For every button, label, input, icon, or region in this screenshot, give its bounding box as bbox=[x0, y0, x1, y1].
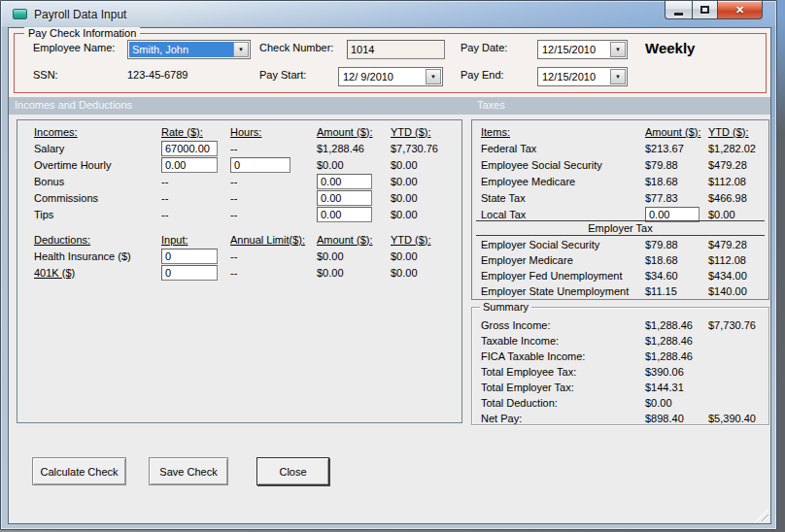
401k-limit: -- bbox=[230, 267, 317, 279]
overtime-amount: $0.00 bbox=[317, 159, 391, 171]
summary-row-label: Net Pay: bbox=[481, 413, 645, 424]
summary-row-label: Gross Income: bbox=[481, 319, 645, 331]
close-window-button[interactable]: ✕ bbox=[718, 1, 763, 19]
net-pay-amount: $898.40 bbox=[645, 413, 708, 424]
payroll-window: Payroll Data Input ✕ Pay Check Informati… bbox=[0, 0, 777, 530]
commissions-rate: -- bbox=[161, 192, 230, 204]
tax-row-label: Local Tax bbox=[481, 209, 645, 220]
total-employer-tax-amount: $144.31 bbox=[645, 382, 708, 393]
pay-end-value: 12/15/2010 bbox=[539, 69, 610, 84]
employer-tax-header: Employer Tax bbox=[472, 222, 768, 234]
health-insurance-limit: -- bbox=[230, 250, 317, 262]
tax-row-label: Employer Social Security bbox=[481, 239, 645, 250]
local-tax-ytd: $0.00 bbox=[708, 209, 776, 220]
tips-ytd: $0.00 bbox=[391, 209, 452, 220]
section-band: Incomes and Deductions Taxes bbox=[9, 97, 770, 115]
health-insurance-ytd: $0.00 bbox=[391, 250, 452, 262]
amount-header: Amount ($): bbox=[317, 126, 391, 138]
minimize-icon bbox=[674, 13, 683, 16]
pay-frequency-label: Weekly bbox=[645, 40, 695, 56]
pay-date-datepicker[interactable]: 12/15/2010 ▼ bbox=[537, 40, 628, 59]
tax-row-label: Employee Social Security bbox=[481, 159, 645, 171]
income-row-label: Commissions bbox=[34, 192, 161, 204]
deductions-header: Deductions: bbox=[34, 234, 161, 246]
salary-rate-input[interactable] bbox=[161, 141, 218, 156]
deduction-row-label: Health Insurance ($) bbox=[34, 250, 161, 262]
emp-ss-ytd: $479.28 bbox=[708, 159, 776, 171]
summary-row-label: Total Employee Tax: bbox=[481, 366, 645, 378]
client-area: Pay Check Information Employee Name: Smi… bbox=[8, 27, 771, 524]
tax-row-label: Federal Tax bbox=[481, 143, 645, 154]
input-header: Input: bbox=[161, 234, 230, 246]
hours-header: Hours: bbox=[230, 126, 317, 138]
employer-ss-amount: $79.88 bbox=[645, 239, 708, 250]
chevron-down-icon[interactable]: ▼ bbox=[610, 69, 626, 84]
tips-amount-input[interactable] bbox=[317, 207, 372, 222]
tax-row-label: Employer State Unemployment bbox=[481, 285, 645, 297]
emp-medicare-amount: $18.68 bbox=[645, 176, 708, 187]
health-insurance-input[interactable] bbox=[161, 249, 218, 264]
ssn-value: 123-45-6789 bbox=[127, 69, 188, 81]
ssn-label: SSN: bbox=[33, 69, 58, 81]
pay-start-label: Pay Start: bbox=[259, 69, 306, 81]
title-bar[interactable]: Payroll Data Input ✕ bbox=[1, 1, 776, 27]
tax-row-label: Employer Medicare bbox=[481, 254, 645, 266]
tax-row-label: Employer Fed Unemployment bbox=[481, 270, 645, 282]
bonus-amount-input[interactable] bbox=[317, 174, 372, 189]
employee-name-combobox[interactable]: Smith, John ▼ bbox=[127, 40, 251, 59]
summary-row-label: Total Deduction: bbox=[481, 397, 645, 409]
commissions-hours: -- bbox=[230, 192, 317, 204]
commissions-ytd: $0.00 bbox=[391, 192, 452, 204]
salary-ytd: $7,730.76 bbox=[391, 143, 452, 154]
bonus-hours: -- bbox=[230, 176, 317, 187]
employee-name-label: Employee Name: bbox=[33, 42, 115, 53]
close-button[interactable]: Close bbox=[256, 457, 329, 485]
income-row-label: Overtime Hourly bbox=[34, 159, 161, 171]
taxes-section-label: Taxes bbox=[477, 99, 505, 111]
fica-taxable-amount: $1,288.46 bbox=[645, 350, 708, 362]
chevron-down-icon[interactable]: ▼ bbox=[233, 42, 249, 57]
close-icon: ✕ bbox=[735, 4, 744, 17]
commissions-amount-input[interactable] bbox=[317, 190, 372, 206]
gross-income-ytd: $7,730.76 bbox=[708, 319, 776, 331]
summary-row-label: Total Employer Tax: bbox=[481, 382, 645, 393]
incomes-deductions-panel: Incomes: Rate ($): Hours: Amount ($): YT… bbox=[17, 119, 462, 423]
employer-tax-rule-bottom bbox=[476, 235, 765, 236]
calculate-check-button[interactable]: Calculate Check bbox=[32, 457, 126, 485]
incomes-header: Incomes: bbox=[34, 126, 161, 138]
employer-medicare-amount: $18.68 bbox=[645, 254, 708, 266]
bonus-ytd: $0.00 bbox=[391, 176, 452, 187]
check-number-input[interactable] bbox=[347, 40, 445, 59]
annual-limit-header: Annual Limit($): bbox=[230, 234, 317, 246]
minimize-button[interactable] bbox=[665, 1, 692, 19]
taxable-income-amount: $1,288.46 bbox=[645, 335, 708, 347]
resize-grip-icon[interactable] bbox=[756, 509, 768, 521]
total-employee-tax-amount: $390.06 bbox=[645, 366, 708, 378]
window-controls: ✕ bbox=[665, 1, 763, 19]
employer-state-unemp-ytd: $140.00 bbox=[708, 285, 776, 297]
total-deduction-amount: $0.00 bbox=[645, 397, 708, 409]
deduction-amount-header: Amount ($): bbox=[317, 234, 391, 246]
pay-end-datepicker[interactable]: 12/15/2010 ▼ bbox=[537, 67, 628, 86]
tips-hours: -- bbox=[230, 209, 317, 220]
pay-date-label: Pay Date: bbox=[461, 42, 507, 53]
tax-row-label: Employee Medicare bbox=[481, 176, 645, 187]
401k-input[interactable] bbox=[161, 265, 218, 281]
chevron-down-icon[interactable]: ▼ bbox=[426, 69, 441, 84]
pay-start-value: 12/ 9/2010 bbox=[340, 69, 426, 84]
emp-ss-amount: $79.88 bbox=[645, 159, 708, 171]
401k-link[interactable]: 401K ($) bbox=[34, 267, 161, 279]
overtime-hours-input[interactable] bbox=[230, 157, 290, 173]
summary-row-label: FICA Taxable Income: bbox=[481, 350, 645, 362]
employer-fed-unemp-amount: $34.60 bbox=[645, 270, 708, 282]
check-number-label: Check Number: bbox=[259, 42, 333, 53]
pay-start-datepicker[interactable]: 12/ 9/2010 ▼ bbox=[338, 67, 443, 86]
app-icon bbox=[13, 9, 27, 19]
employer-state-unemp-amount: $11.15 bbox=[645, 285, 708, 297]
overtime-rate-input[interactable] bbox=[161, 157, 218, 173]
chevron-down-icon[interactable]: ▼ bbox=[610, 42, 626, 57]
save-check-button[interactable]: Save Check bbox=[149, 457, 228, 485]
desktop-background: Payroll Data Input ✕ Pay Check Informati… bbox=[0, 0, 785, 532]
state-tax-ytd: $466.98 bbox=[708, 192, 776, 204]
maximize-button[interactable] bbox=[692, 1, 718, 19]
